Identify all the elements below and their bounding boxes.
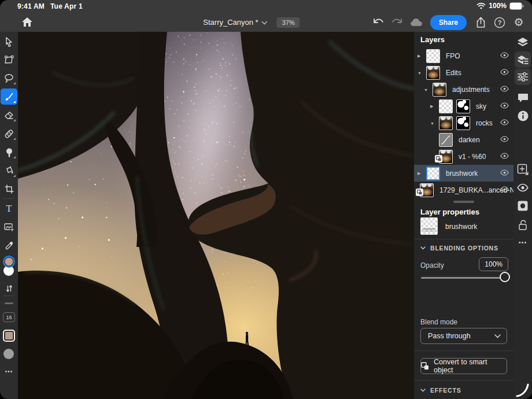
layer-row[interactable]: ▼rocks [414,114,513,131]
layer-visibility-eye-icon[interactable] [517,182,529,193]
layer-row[interactable]: ▼Edits [414,64,513,81]
chevron-down-icon [420,389,426,392]
help-icon[interactable]: ? [492,15,507,30]
blending-options-header[interactable]: BLENDING OPTIONS [420,245,498,252]
layer-mask-thumbnail[interactable] [456,99,470,113]
place-photo-tool-icon[interactable] [1,219,17,235]
blend-mode-select[interactable]: Pass through [420,328,507,344]
cloud-sync-icon[interactable] [409,15,424,30]
foreground-color-swatch[interactable] [3,256,15,268]
layer-thumbnail[interactable] [439,99,453,113]
toolbar-right-group: Share ? ⚙ [371,13,526,32]
layer-name: v1 - %60 [459,153,486,161]
document-title[interactable]: Starry_Canyon * [203,18,258,27]
transform-tool-icon[interactable] [1,51,17,68]
disclosure-collapsed-icon[interactable]: ▶ [418,171,420,176]
brush-size-badge[interactable]: 16 [3,312,15,322]
undo-icon[interactable] [371,15,386,30]
layer-visibility-eye-icon[interactable] [500,119,509,127]
disclosure-expanded-icon[interactable]: ▼ [418,71,422,75]
home-icon[interactable] [20,14,35,29]
unlock-icon[interactable] [517,219,529,231]
brush-tip-preview[interactable] [3,330,15,342]
layer-visibility-eye-icon[interactable] [500,85,509,94]
layer-thumbnail[interactable] [433,83,446,97]
healing-brush-tool-icon[interactable] [1,125,17,142]
layer-mask-icon[interactable] [517,200,529,212]
effects-header[interactable]: EFFECTS [420,387,461,394]
zoom-level-badge[interactable]: 37% [277,17,300,28]
panel-drag-handle[interactable] [453,201,474,203]
swap-colors-icon[interactable] [1,280,17,297]
layer-visibility-eye-icon[interactable] [500,68,509,77]
layer-row[interactable]: darken [414,131,513,148]
layer-row[interactable]: ▶FPO [414,47,513,64]
info-icon[interactable] [517,110,529,121]
status-indicators: 100% [476,2,524,10]
status-date: Tue Apr 1 [50,2,83,10]
tool-more-options-icon[interactable]: ••• [0,368,18,375]
layer-visibility-eye-icon[interactable] [500,152,509,161]
canvas-area[interactable] [18,32,414,399]
layer-visibility-eye-icon[interactable] [500,169,509,178]
layer-thumbnail[interactable] [426,49,440,63]
move-tool-icon[interactable] [1,34,17,50]
clone-stamp-tool-icon[interactable] [1,144,17,160]
layer-name: darken [459,136,480,144]
layer-row[interactable]: ▼adjustments [414,81,513,98]
layer-thumbnail[interactable] [426,167,440,180]
crop-tool-icon[interactable] [1,181,17,197]
share-button[interactable]: Share [430,15,467,30]
layer-visibility-eye-icon[interactable] [500,102,509,110]
add-layer-icon[interactable] [517,164,529,175]
layer-thumbnail[interactable] [439,116,453,130]
layer-row[interactable]: v1 - %60 [414,148,513,165]
layer-name: sky [476,102,486,110]
eraser-tool-icon[interactable] [1,107,17,123]
layer-thumbnail[interactable] [439,133,453,147]
lasso-tool-icon[interactable] [1,70,17,86]
opacity-slider-track[interactable] [421,277,507,279]
opacity-value-field[interactable]: 100% [479,257,508,271]
document-title-group[interactable]: Starry_Canyon * 37% [203,13,300,32]
opacity-slider-handle[interactable] [500,272,510,282]
settings-gear-icon[interactable]: ⚙ [511,15,526,30]
canvas-artwork [18,32,414,399]
layer-row[interactable]: 1729_BURKA...anced-NR33 [414,182,513,198]
layer-row[interactable]: ▶brushwork [414,165,513,182]
layer-rows-list: ▶FPO▼Edits▼adjustments▶sky▼rocksdarkenv1… [414,47,513,198]
left-tool-strip: T 16 ••• [0,32,18,399]
disclosure-collapsed-icon[interactable]: ▶ [430,104,433,109]
layer-thumbnail[interactable] [439,150,453,164]
layer-visibility-eye-icon[interactable] [500,186,509,194]
corner-gesture-indicator [516,383,531,398]
right-icon-strip: ••• [513,32,532,399]
type-tool-icon[interactable]: T [1,201,17,217]
export-icon[interactable] [473,15,488,30]
opacity-label: Opacity [420,261,444,269]
adjustments-sliders-icon[interactable] [517,71,529,83]
disclosure-expanded-icon[interactable]: ▼ [430,121,434,125]
brush-opacity-swatch[interactable] [3,349,14,359]
comments-icon[interactable] [517,92,529,104]
layer-visibility-eye-icon[interactable] [500,51,509,60]
disclosure-expanded-icon[interactable]: ▼ [424,87,428,91]
layers-panel: Layers ▶FPO▼Edits▼adjustments▶sky▼rocksd… [414,32,513,399]
layer-mask-thumbnail[interactable] [456,116,470,130]
status-bar: 9:41 AMTue Apr 1 100% [0,0,532,13]
selected-layer-thumbnail [420,217,438,235]
convert-to-smart-object-button[interactable]: Convert to smart object [420,358,507,374]
layer-thumbnail[interactable] [426,66,440,80]
layer-properties-tab-icon[interactable] [517,54,529,65]
brush-tool-icon[interactable] [1,88,17,105]
layer-thumbnail[interactable] [420,183,434,197]
disclosure-collapsed-icon[interactable]: ▶ [418,54,420,58]
tool-options-handle[interactable] [5,302,13,304]
eyedropper-tool-icon[interactable] [1,238,17,254]
fill-bucket-tool-icon[interactable] [1,162,17,179]
redo-icon[interactable] [390,15,405,30]
layer-visibility-eye-icon[interactable] [500,135,509,144]
panel-more-options-icon[interactable]: ••• [513,239,532,246]
layer-row[interactable]: ▶sky [414,98,513,114]
layers-stack-icon[interactable] [517,36,529,48]
